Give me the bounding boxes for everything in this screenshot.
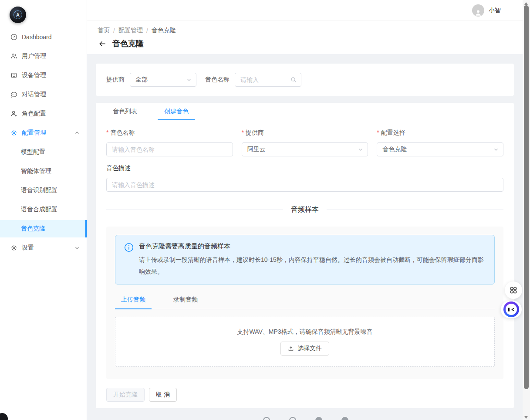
username-text[interactable]: 小智 (489, 7, 501, 14)
logo-letter: A (14, 10, 22, 19)
sidebar-item-user-management[interactable]: 用户管理 (0, 47, 87, 65)
voice-name-input[interactable] (112, 146, 228, 153)
start-clone-button[interactable]: 开始克隆 (106, 388, 145, 402)
footer-link-icon[interactable] (315, 417, 322, 420)
widget-grid-button[interactable] (505, 281, 522, 299)
create-voice-form: *音色名称 *提供商 阿里云 (96, 120, 514, 214)
sidebar-item-settings[interactable]: 设置 (0, 239, 87, 257)
filter-bar: 提供商 全部 音色名称 (96, 64, 514, 96)
voice-name-label: *音色名称 (106, 129, 233, 137)
corner-widget[interactable] (0, 413, 8, 420)
voice-name-field (106, 142, 233, 156)
scroll-down-arrow[interactable] (524, 416, 528, 419)
tab-voice-list[interactable]: 音色列表 (106, 103, 144, 120)
tab-label: 音色列表 (113, 108, 137, 115)
breadcrumb-separator: / (146, 27, 148, 34)
person-icon (474, 9, 482, 17)
sidebar-item-config-management[interactable]: 配置管理 (0, 124, 87, 142)
top-header: 小智 (87, 0, 523, 21)
tab-create-voice[interactable]: 创建音色 (158, 103, 195, 120)
app-root: A Dashboard 用户管理 设备管理 (0, 0, 530, 420)
alert-title: 音色克隆需要高质量的音频样本 (139, 242, 486, 251)
tab-upload-audio[interactable]: 上传音频 (115, 296, 152, 309)
dashboard-icon (10, 34, 17, 41)
voice-desc-input[interactable] (112, 181, 499, 188)
alert-body: 请上传或录制一段清晰的语音样本，建议时长10-15秒，内容保持平稳自然。过长的音… (139, 254, 486, 277)
sidebar-menu: Dashboard 用户管理 设备管理 对话管理 (0, 28, 87, 257)
config-value: 音色克隆 (382, 146, 493, 153)
audio-sample-divider: 音频样本 (106, 205, 503, 214)
voice-desc-label: 音色描述 (106, 164, 503, 172)
scrollbar-thumb[interactable] (524, 5, 529, 389)
device-icon (10, 72, 17, 79)
user-avatar[interactable] (472, 4, 484, 17)
users-icon (10, 53, 17, 60)
select-file-label: 选择文件 (297, 345, 322, 352)
provider-filter-select[interactable]: 全部 (130, 73, 196, 87)
upload-hint: 支持WAV、MP3格式，请确保音频清晰无背景噪音 (237, 328, 372, 336)
page-scrollbar[interactable] (523, 0, 530, 420)
provider-value: 阿里云 (247, 146, 358, 153)
upload-dropzone[interactable]: 支持WAV、MP3格式，请确保音频清晰无背景噪音 选择文件 (115, 317, 495, 367)
info-alert: 音色克隆需要高质量的音频样本 请上传或录制一段清晰的语音样本，建议时长10-15… (115, 235, 495, 285)
provider-select[interactable]: 阿里云 (242, 142, 368, 156)
sidebar-item-label: 角色配置 (22, 110, 46, 118)
config-select[interactable]: 音色克隆 (377, 142, 503, 156)
sidebar-item-label: 用户管理 (22, 52, 46, 60)
tab-label: 录制音频 (173, 296, 198, 303)
sidebar-subitem-label: 语音识别配置 (21, 186, 57, 194)
sidebar-subitem-label: 语音合成配置 (21, 206, 57, 213)
sidebar-subitem-label: 智能体管理 (21, 167, 51, 175)
search-icon[interactable] (290, 77, 297, 83)
app-logo[interactable]: A (10, 7, 26, 23)
sidebar-subitem-tts-config[interactable]: 语音合成配置 (0, 201, 87, 218)
footer-link-icon[interactable] (289, 417, 296, 420)
main-column: 小智 首页 / 配置管理 / 音色克隆 音色克隆 提供商 全部 (87, 0, 523, 420)
chat-icon (10, 91, 17, 98)
footer-link-icon[interactable] (263, 417, 270, 420)
tab-label: 创建音色 (164, 108, 189, 115)
breadcrumb: 首页 / 配置管理 / 音色克隆 (98, 27, 512, 34)
audio-sample-panel: 音色克隆需要高质量的音频样本 请上传或录制一段清晰的语音样本，建议时长10-15… (106, 227, 503, 379)
sidebar-subitem-label: 模型配置 (21, 148, 45, 156)
tab-label: 上传音频 (121, 296, 145, 303)
gear-icon (10, 129, 17, 136)
sidebar-item-role-config[interactable]: 角色配置 (0, 105, 87, 122)
footer-link-icon[interactable] (341, 417, 348, 420)
provider-label: *提供商 (242, 129, 368, 137)
provider-filter-label: 提供商 (106, 76, 125, 84)
sidebar-subitem-asr-config[interactable]: 语音识别配置 (0, 182, 87, 199)
sidebar-subitem-voice-clone[interactable]: 音色克隆 (0, 220, 87, 237)
chevron-down-icon (493, 147, 499, 152)
audio-tabs: 上传音频 录制音频 (115, 296, 495, 309)
upload-icon (288, 345, 294, 352)
clover-grid-icon (509, 285, 518, 295)
info-icon (124, 243, 134, 277)
content-area: 提供商 全部 音色名称 (87, 54, 523, 420)
voice-name-search-field (235, 73, 301, 87)
voice-name-search-input[interactable] (240, 76, 288, 83)
user-add-icon (10, 110, 17, 117)
breadcrumb-current: 音色克隆 (152, 27, 176, 34)
sidebar-item-dashboard[interactable]: Dashboard (0, 28, 87, 46)
arrow-left-icon (98, 40, 107, 48)
tab-record-audio[interactable]: 录制音频 (167, 296, 204, 309)
select-file-button[interactable]: 选择文件 (280, 342, 329, 356)
sidebar-subitem-agent-management[interactable]: 智能体管理 (0, 163, 87, 180)
chevron-up-icon (74, 130, 80, 135)
provider-filter-value: 全部 (135, 76, 186, 84)
voice-clone-card: 音色列表 创建音色 *音色名称 (96, 103, 514, 408)
robot-face-icon (506, 304, 517, 315)
breadcrumb-separator: / (113, 27, 115, 34)
sidebar-item-device-management[interactable]: 设备管理 (0, 67, 87, 84)
gear-icon (10, 244, 17, 251)
back-button[interactable] (98, 39, 107, 48)
sidebar-item-dialog-management[interactable]: 对话管理 (0, 86, 87, 103)
cancel-button[interactable]: 取 消 (149, 388, 177, 402)
voice-name-filter-label: 音色名称 (205, 76, 230, 84)
ai-assistant-button[interactable] (503, 301, 519, 317)
sidebar-subitem-model-config[interactable]: 模型配置 (0, 143, 87, 161)
scroll-up-arrow[interactable] (524, 2, 528, 5)
breadcrumb-config[interactable]: 配置管理 (118, 27, 143, 34)
breadcrumb-home[interactable]: 首页 (98, 27, 110, 34)
